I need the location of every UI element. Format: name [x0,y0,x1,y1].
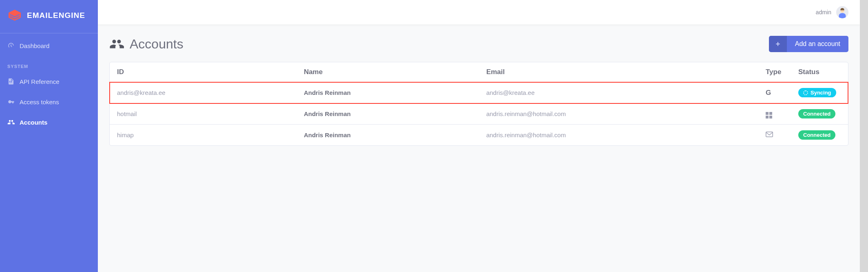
cell-id: andris@kreata.ee [110,82,296,103]
microsoft-icon [766,112,772,118]
status-badge: Connected [798,130,835,140]
sidebar-item-label: API Reference [20,78,60,85]
plus-icon [769,36,787,52]
topbar-username: admin [816,9,831,15]
spinner-icon [803,90,808,95]
key-icon [7,98,15,105]
cell-email: andris.reinman@hotmail.com [479,125,758,146]
table-row[interactable]: himap Andris Reinman andris.reinman@hotm… [110,125,848,146]
brand[interactable]: EMAILENGINE [0,0,98,31]
col-status: Status [791,62,848,82]
cell-id: himap [110,125,296,146]
users-icon [109,37,124,51]
scrollbar[interactable] [860,0,868,272]
col-id: ID [110,62,296,82]
sidebar-item-access-tokens[interactable]: Access tokens [0,92,98,112]
col-name: Name [296,62,479,82]
main: admin Accounts Add an account [98,0,860,272]
cell-email: andris.reinman@hotmail.com [479,103,758,125]
cell-type: G [758,82,791,103]
page-title: Accounts [130,37,183,52]
envelope-icon [766,132,773,137]
cell-type [758,125,791,146]
cell-email: andris@kreata.ee [479,82,758,103]
file-code-icon [7,78,15,85]
sidebar-item-dashboard[interactable]: Dashboard [0,35,98,56]
topbar: admin [98,0,860,24]
cell-type [758,103,791,125]
sidebar-item-label: Accounts [20,119,47,126]
users-icon [7,118,15,126]
content: Accounts Add an account ID Name Email [98,24,860,157]
accounts-table-card: ID Name Email Type Status andris@kreata.… [109,62,848,146]
google-icon: G [766,89,771,97]
svg-rect-2 [766,132,773,137]
col-type: Type [758,62,791,82]
cell-status: Connected [791,125,848,146]
col-email: Email [479,62,758,82]
brand-logo-icon [7,8,22,23]
sidebar-divider [0,33,98,33]
add-account-label: Add an account [787,40,848,48]
sidebar-item-api-reference[interactable]: API Reference [0,71,98,92]
page-title-group: Accounts [109,37,183,52]
sidebar-item-accounts[interactable]: Accounts [0,112,98,132]
brand-name: EMAILENGINE [27,11,85,20]
cell-name: Andris Reinman [296,125,479,146]
accounts-table: ID Name Email Type Status andris@kreata.… [110,62,848,145]
topbar-user-menu[interactable]: admin [816,6,848,18]
cell-name: Andris Reinman [296,82,479,103]
status-badge: Connected [798,109,835,118]
cell-name: Andris Reinman [296,103,479,125]
sidebar-section-system: SYSTEM [0,56,98,71]
table-row[interactable]: andris@kreata.ee Andris Reinman andris@k… [110,82,848,103]
add-account-button[interactable]: Add an account [769,36,848,52]
sidebar: EMAILENGINE Dashboard SYSTEM API Referen… [0,0,98,272]
cell-status: Syncing [791,82,848,103]
avatar [836,6,848,18]
cell-status: Connected [791,103,848,125]
sidebar-item-label: Access tokens [20,99,59,105]
sidebar-item-label: Dashboard [20,42,49,49]
status-badge: Syncing [798,88,836,97]
gauge-icon [7,42,15,49]
table-row[interactable]: hotmail Andris Reinman andris.reinman@ho… [110,103,848,125]
cell-id: hotmail [110,103,296,125]
